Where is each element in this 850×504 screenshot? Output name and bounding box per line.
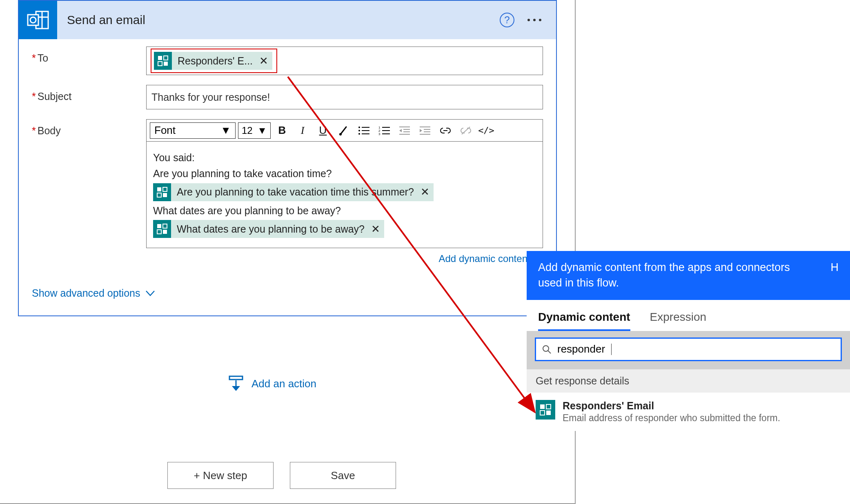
forms-icon — [154, 52, 172, 70]
to-input[interactable]: Responders' E... ✕ — [146, 47, 543, 75]
svg-rect-43 — [540, 404, 545, 409]
body-token-dates[interactable]: What dates are you planning to be away? … — [153, 220, 384, 238]
svg-rect-5 — [158, 56, 162, 60]
svg-rect-31 — [157, 187, 161, 191]
field-subject-label: *Subject — [32, 85, 146, 102]
dynamic-result-subtitle: Email address of responder who submitted… — [563, 413, 780, 424]
show-advanced-options[interactable]: Show advanced options — [32, 287, 543, 299]
field-to: *To Responders' E... ✕ — [32, 47, 543, 75]
svg-point-9 — [339, 133, 342, 135]
dynamic-panel-heading: Add dynamic content from the apps and co… — [538, 260, 799, 291]
body-token-label: What dates are you planning to be away? — [177, 221, 365, 237]
add-action-icon — [229, 375, 243, 392]
field-body: *Body Font▼ 12▼ B I U — [32, 119, 543, 264]
body-text-label: What dates are you planning to be away? — [153, 203, 536, 219]
bullets-button[interactable] — [355, 122, 373, 139]
dynamic-result-title: Responders' Email — [563, 400, 780, 412]
save-button[interactable]: Save — [290, 462, 396, 489]
svg-rect-36 — [163, 224, 167, 228]
close-icon[interactable]: ✕ — [371, 221, 380, 237]
more-icon[interactable] — [527, 19, 541, 21]
rte-body[interactable]: You said: Are you planning to take vacat… — [147, 142, 543, 248]
body-token-vacation[interactable]: Are you planning to take vacation time t… — [153, 183, 434, 201]
svg-rect-35 — [157, 224, 161, 228]
forms-icon — [153, 220, 171, 238]
indent-button[interactable] — [416, 122, 434, 139]
close-icon[interactable]: ✕ — [259, 55, 268, 67]
forms-icon — [536, 400, 555, 420]
italic-button[interactable]: I — [294, 122, 312, 139]
svg-rect-37 — [157, 230, 161, 234]
help-icon[interactable]: ? — [500, 13, 514, 27]
outlook-icon — [19, 1, 57, 39]
color-button[interactable] — [334, 122, 352, 139]
action-card-send-email: Send an email ? *To Responders' E... — [18, 0, 557, 316]
card-title: Send an email — [57, 13, 500, 27]
font-select[interactable]: Font▼ — [150, 122, 236, 139]
card-header[interactable]: Send an email ? — [19, 1, 556, 39]
svg-rect-46 — [546, 411, 551, 415]
svg-rect-32 — [163, 187, 167, 191]
svg-text:3: 3 — [378, 132, 380, 135]
dynamic-result-responders-email[interactable]: Responders' Email Email address of respo… — [527, 393, 850, 431]
tab-expression[interactable]: Expression — [650, 311, 707, 331]
hide-link[interactable]: H — [831, 260, 839, 275]
rich-text-editor: Font▼ 12▼ B I U 123 — [146, 119, 543, 248]
dynamic-section-header: Get response details — [527, 369, 850, 393]
svg-point-10 — [358, 127, 360, 128]
chevron-down-icon: ▼ — [257, 125, 267, 136]
dynamic-panel-header: Add dynamic content from the apps and co… — [527, 251, 850, 300]
dynamic-content-panel: Add dynamic content from the apps and co… — [527, 251, 850, 431]
tab-dynamic-content[interactable]: Dynamic content — [538, 311, 630, 331]
svg-point-41 — [543, 346, 549, 351]
svg-point-14 — [358, 133, 360, 135]
body-token-label: Are you planning to take vacation time t… — [177, 184, 414, 200]
underline-button[interactable]: U — [314, 122, 332, 139]
new-step-button[interactable]: + New step — [167, 462, 274, 489]
rte-toolbar: Font▼ 12▼ B I U 123 — [147, 120, 543, 142]
svg-rect-44 — [546, 404, 551, 409]
unlink-button[interactable] — [457, 122, 475, 139]
dynamic-tabs: Dynamic content Expression — [527, 300, 850, 331]
close-icon[interactable]: ✕ — [421, 184, 429, 200]
svg-line-42 — [548, 351, 551, 353]
svg-rect-8 — [164, 62, 168, 66]
numbered-list-button[interactable]: 123 — [375, 122, 393, 139]
svg-rect-6 — [164, 56, 168, 60]
link-button[interactable] — [436, 122, 454, 139]
field-subject: *Subject Thanks for your response! — [32, 85, 543, 109]
to-token-label: Responders' E... — [178, 55, 253, 67]
add-dynamic-content-link[interactable]: Add dynamic content — [146, 253, 543, 264]
flow-canvas: Send an email ? *To Responders' E... — [0, 0, 576, 504]
dynamic-search-area: responder — [527, 331, 850, 369]
svg-rect-33 — [157, 193, 161, 197]
search-value: responder — [557, 343, 605, 355]
footer-buttons: + New step Save — [167, 462, 396, 489]
svg-rect-7 — [158, 62, 162, 66]
body-text-label: Are you planning to take vacation time? — [153, 166, 536, 182]
svg-rect-39 — [229, 376, 243, 380]
svg-rect-34 — [163, 193, 167, 197]
bold-button[interactable]: B — [273, 122, 291, 139]
chevron-down-icon: ▼ — [220, 124, 231, 137]
card-body: *To Responders' E... ✕ — [19, 39, 556, 315]
svg-rect-3 — [28, 15, 38, 25]
field-body-label: *Body — [32, 119, 146, 137]
text-cursor — [611, 344, 612, 355]
svg-rect-45 — [540, 411, 545, 415]
subject-input[interactable]: Thanks for your response! — [146, 85, 543, 109]
add-action-button[interactable]: Add an action — [229, 375, 316, 392]
chevron-down-icon — [146, 291, 155, 296]
to-token-highlight: Responders' E... ✕ — [151, 49, 277, 73]
font-size-select[interactable]: 12▼ — [238, 122, 271, 139]
svg-rect-38 — [163, 230, 167, 234]
search-icon — [542, 344, 552, 354]
code-view-button[interactable]: </> — [477, 122, 495, 139]
field-to-label: *To — [32, 47, 146, 64]
responders-email-token[interactable]: Responders' E... ✕ — [154, 52, 272, 70]
body-text-label: You said: — [153, 150, 536, 166]
forms-icon — [153, 183, 171, 201]
svg-point-12 — [358, 130, 360, 131]
dynamic-search-input[interactable]: responder — [535, 337, 842, 361]
outdent-button[interactable] — [396, 122, 414, 139]
